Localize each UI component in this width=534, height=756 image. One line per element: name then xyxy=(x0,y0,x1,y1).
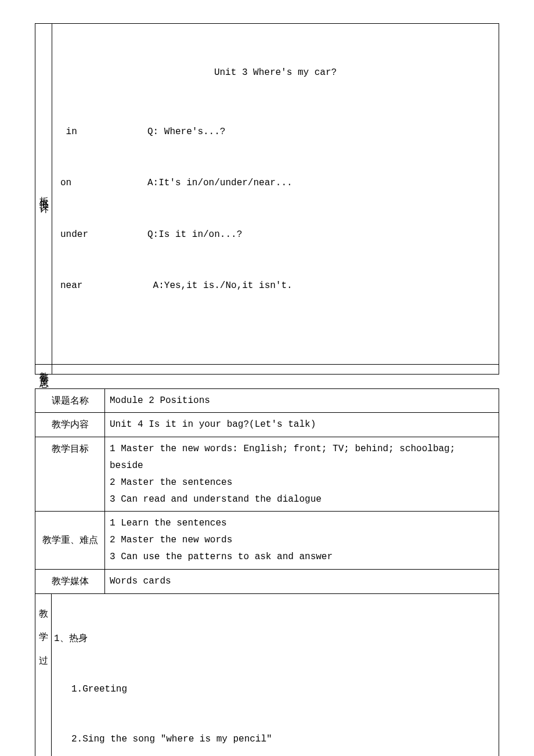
board-row: on A:It's in/on/under/near... xyxy=(57,175,494,192)
table-row: 教学目标 1 Master the new words: English; fr… xyxy=(35,437,499,512)
table-row: 教学重、难点 1 Learn the sentences 2 Master th… xyxy=(35,512,499,569)
goal-value: 1 Master the new words: English; front; … xyxy=(105,437,499,512)
board-qa: A:It's in/on/under/near... xyxy=(147,175,494,192)
table-row: 教学媒体 Words cards xyxy=(35,569,499,593)
reflection-label-cell: 教学反思 xyxy=(35,364,52,374)
process-label-char: 教 xyxy=(35,606,51,622)
content-value: Unit 4 Is it in your bag?(Let's talk) xyxy=(105,413,499,437)
topic-label: 课题名称 xyxy=(35,388,105,413)
board-word: near xyxy=(57,278,147,294)
board-qa: A:Yes,it is./No,it isn't. xyxy=(147,278,494,294)
board-design-label-cell: 板书设计 xyxy=(35,24,52,365)
board-word: under xyxy=(57,226,147,243)
board-design-table: 板书设计 Unit 3 Where's my car? in Q: Where'… xyxy=(35,23,499,375)
table-row: 教学内容 Unit 4 Is it in your bag?(Let's tal… xyxy=(35,413,499,437)
reflection-label: 教学反思 xyxy=(35,365,52,374)
focus-value: 1 Learn the sentences 2 Master the new w… xyxy=(105,512,499,569)
focus-label: 教学重、难点 xyxy=(35,512,105,569)
goal-label: 教学目标 xyxy=(35,437,105,512)
board-qa: Q: Where's...? xyxy=(147,124,494,141)
media-value: Words cards xyxy=(105,569,499,593)
board-row: near A:Yes,it is./No,it isn't. xyxy=(57,278,494,294)
board-word: in xyxy=(57,124,147,141)
topic-value: Module 2 Positions xyxy=(105,388,499,413)
board-unit-title: Unit 3 Where's my car? xyxy=(57,64,494,81)
table-row: 课题名称 Module 2 Positions xyxy=(35,388,499,413)
process-content: 1、热身 1.Greeting 2.Sing the song "where i… xyxy=(52,593,499,756)
board-design-content: Unit 3 Where's my car? in Q: Where's...?… xyxy=(52,24,499,365)
board-word: on xyxy=(57,175,147,192)
board-qa: Q:Is it in/on...? xyxy=(147,226,494,243)
reflection-content xyxy=(52,364,499,374)
board-row: under Q:Is it in/on...? xyxy=(57,226,494,243)
content-label: 教学内容 xyxy=(35,413,105,437)
media-label: 教学媒体 xyxy=(35,569,105,593)
process-label-char: 学 xyxy=(35,629,51,646)
process-line: 2.Sing the song "where is my pencil" xyxy=(54,731,494,748)
process-line: 1.Greeting xyxy=(54,681,494,698)
process-label-char: 过 xyxy=(35,653,51,669)
board-row: in Q: Where's...? xyxy=(57,124,494,141)
process-label-cell: 教 学 过 xyxy=(35,593,52,756)
process-heading: 1、热身 xyxy=(54,631,494,647)
table-row: 教 学 过 1、热身 1.Greeting 2.Sing the song "w… xyxy=(35,593,499,756)
board-design-label: 板书设计 xyxy=(35,189,52,199)
lesson-plan-table: 课题名称 Module 2 Positions 教学内容 Unit 4 Is i… xyxy=(35,388,499,756)
